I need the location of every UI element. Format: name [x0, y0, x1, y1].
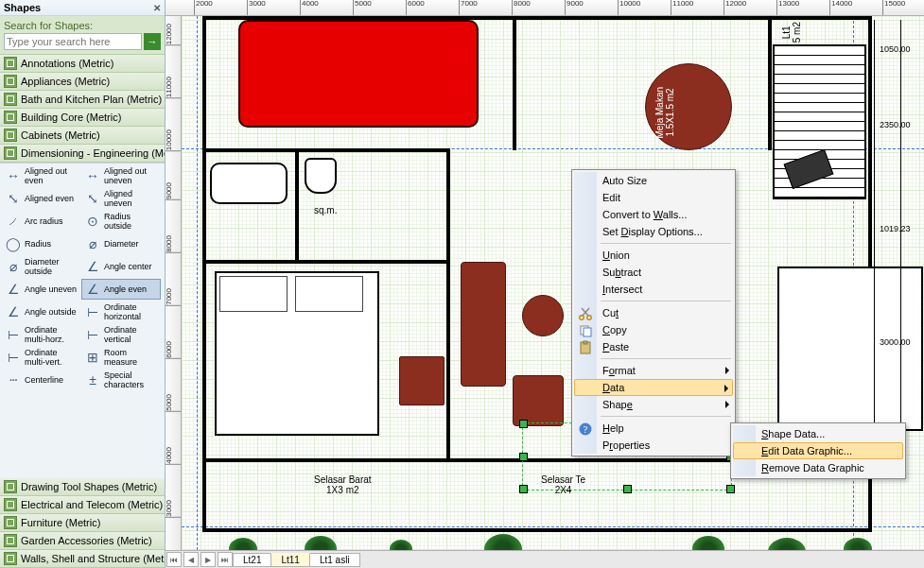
menu-item-label: Edit: [602, 192, 620, 203]
shape-tool[interactable]: ∠Angle uneven: [2, 279, 81, 300]
menu-item[interactable]: Format: [574, 362, 733, 379]
drawing-canvas[interactable]: Meja Makan 1.5X1.5 m2 sq.m.: [182, 16, 924, 550]
shape-tool[interactable]: ⊢Ordinate multi-vert.: [2, 347, 81, 368]
shape-tool[interactable]: ⊢Ordinate horizontal: [81, 301, 161, 322]
cut-icon: [578, 306, 593, 321]
close-panel-button[interactable]: ✕: [153, 3, 161, 13]
menu-item[interactable]: Shape: [574, 396, 733, 413]
shape-tool[interactable]: ∠Angle even: [81, 279, 161, 300]
page-tabs-bar: ⏮ ◀ ▶ ⏭ Lt21Lt11Lt1 asli: [166, 550, 924, 568]
menu-item[interactable]: Shape Data...: [733, 425, 903, 442]
stencil-category[interactable]: Appliances (Metric): [0, 73, 165, 91]
selasar-tengah-label: Selasar Te 2X4: [541, 474, 585, 495]
tool-label: Angle uneven: [25, 284, 77, 294]
bathtub[interactable]: [210, 163, 288, 204]
tool-label: Arc radius: [25, 216, 63, 226]
stencil-category[interactable]: Electrical and Telecom (Metric): [0, 496, 165, 514]
stencil-icon: [4, 498, 17, 511]
menu-item[interactable]: Paste: [574, 338, 733, 355]
menu-item[interactable]: Subtract: [574, 264, 733, 281]
armchair-1[interactable]: [513, 375, 564, 426]
menu-item[interactable]: Cut: [574, 304, 733, 321]
page-tab[interactable]: Lt21: [233, 553, 271, 567]
menu-item[interactable]: Edit: [574, 189, 733, 206]
shape-tool[interactable]: ┄Centerline: [2, 370, 81, 390]
lt1-label: Lt1 5 m2: [781, 22, 802, 43]
shape-tool[interactable]: ⤡Aligned even: [2, 188, 81, 209]
tab-scroll-first[interactable]: ⏮: [166, 552, 182, 567]
search-input[interactable]: [4, 33, 142, 50]
tool-label: Aligned uneven: [104, 189, 159, 208]
menu-item[interactable]: Remove Data Graphic: [733, 459, 903, 476]
selasar-barat-label: Selasar Barat 1X3 m2: [314, 474, 372, 495]
shape-tool[interactable]: ⟋Arc radius: [2, 211, 81, 232]
menu-item[interactable]: Auto Size: [574, 172, 733, 189]
stencil-category[interactable]: Annotations (Metric): [0, 55, 165, 73]
stencil-category[interactable]: Cabinets (Metric): [0, 127, 165, 145]
car-shape[interactable]: [238, 20, 479, 128]
menu-item[interactable]: Convert to Walls...: [574, 206, 733, 223]
menu-item-label: Subtract: [602, 267, 641, 278]
stencil-label: Appliances (Metric): [21, 76, 110, 87]
stencil-category[interactable]: Drawing Tool Shapes (Metric): [0, 478, 165, 496]
menu-item-label: Format: [602, 365, 636, 376]
toilet[interactable]: [305, 158, 337, 194]
menu-item-label: Help: [602, 422, 624, 434]
ruler-vertical: 1200011000100009000800070006000500040003…: [166, 16, 182, 550]
svg-point-1: [587, 316, 592, 320]
search-go-button[interactable]: →: [144, 33, 161, 50]
menu-item-label: Copy: [602, 324, 627, 336]
stencil-label: Electrical and Telecom (Metric): [21, 499, 163, 510]
tab-scroll-prev[interactable]: ◀: [183, 552, 199, 567]
sofa-1[interactable]: [461, 262, 506, 387]
menu-item[interactable]: Union: [574, 247, 733, 264]
menu-item[interactable]: Set Display Options...: [574, 223, 733, 240]
stencil-category[interactable]: Garden Accessories (Metric): [0, 532, 165, 550]
tab-scroll-next[interactable]: ▶: [200, 552, 216, 567]
menu-item[interactable]: Properties: [574, 437, 733, 454]
menu-item[interactable]: Intersect: [574, 281, 733, 298]
shape-tool[interactable]: ∠Angle outside: [2, 301, 81, 322]
menu-item-label: Edit Data Graphic...: [761, 445, 852, 456]
menu-item[interactable]: ?Help: [574, 420, 733, 437]
stencil-category[interactable]: Dimensioning - Engineering (Metric): [0, 145, 165, 163]
tool-icon: ⌀: [83, 234, 102, 253]
shape-tool[interactable]: ⊙Radius outside: [81, 211, 161, 232]
shape-tool[interactable]: ◯Radius: [2, 233, 81, 254]
stencil-category[interactable]: Bath and Kitchen Plan (Metric): [0, 91, 165, 109]
stencil-category[interactable]: Building Core (Metric): [0, 109, 165, 127]
tool-label: Aligned out even: [25, 166, 79, 185]
shape-tool[interactable]: ⌀Diameter: [81, 233, 161, 254]
shape-tool[interactable]: ↔Aligned out even: [2, 165, 81, 186]
tool-label: Radius outside: [104, 212, 159, 231]
tool-icon: ⊢: [83, 325, 102, 344]
ruler-horizontal: 2000300040005000600070008000900010000110…: [166, 0, 924, 16]
tool-icon: ⊢: [83, 302, 102, 321]
shape-tool[interactable]: ±Special characters: [81, 370, 161, 390]
tab-scroll-last[interactable]: ⏭: [218, 552, 233, 567]
stencil-icon: [4, 480, 17, 493]
desk[interactable]: [399, 356, 445, 405]
menu-item[interactable]: Edit Data Graphic...: [733, 442, 903, 459]
svg-text:?: ?: [584, 424, 588, 435]
stencil-category[interactable]: Walls, Shell and Structure (Metric): [0, 550, 165, 568]
shape-tool[interactable]: ⊢Ordinate multi-horz.: [2, 324, 81, 345]
page-tab[interactable]: Lt11: [270, 553, 309, 567]
menu-item[interactable]: Copy: [574, 321, 733, 338]
shape-tool[interactable]: ⌀Diameter outside: [2, 256, 81, 277]
stencil-category[interactable]: Furniture (Metric): [0, 514, 165, 532]
menu-item[interactable]: Data: [574, 379, 733, 396]
shape-tool[interactable]: ⊢Ordinate vertical: [81, 324, 161, 345]
menu-item-label: Set Display Options...: [602, 226, 703, 237]
stencil-icon: [4, 93, 17, 106]
shape-tool[interactable]: ⤡Aligned uneven: [81, 188, 161, 209]
stencil-icon: [4, 57, 17, 70]
shape-tool[interactable]: ∠Angle center: [81, 256, 161, 277]
tool-icon: ⊙: [83, 212, 102, 231]
stencil-label: Furniture (Metric): [21, 517, 100, 528]
shape-tool[interactable]: ⊞Room measure: [81, 347, 161, 368]
shape-tool[interactable]: ↔Aligned out uneven: [81, 165, 161, 186]
submenu-arrow-icon: [725, 367, 729, 374]
page-tab[interactable]: Lt1 asli: [309, 553, 360, 567]
coffee-table[interactable]: [522, 295, 564, 336]
